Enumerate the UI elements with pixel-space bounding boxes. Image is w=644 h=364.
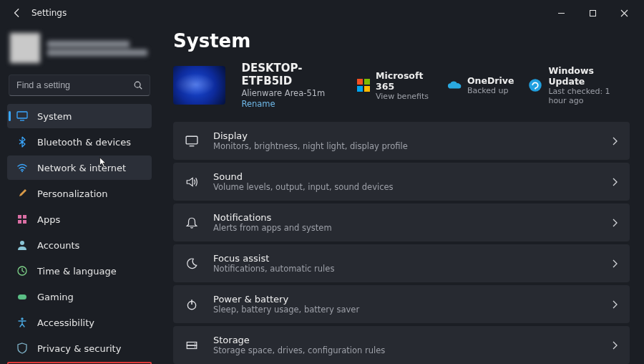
card-sub: Backed up xyxy=(467,86,514,95)
card-title: OneDrive xyxy=(467,75,514,86)
minimize-button[interactable] xyxy=(545,3,577,23)
device-name: DESKTOP-ETFB5ID xyxy=(241,62,341,87)
svg-rect-4 xyxy=(17,112,27,118)
row-sub: Storage space, drives, configuration rul… xyxy=(213,345,385,355)
svg-point-23 xyxy=(195,343,196,344)
sidebar-item-accessibility[interactable]: Accessibility xyxy=(7,310,152,335)
person-icon xyxy=(16,239,29,251)
system-header: DESKTOP-ETFB5ID Alienware Area-51m Renam… xyxy=(173,62,630,109)
sidebar-item-system[interactable]: System xyxy=(7,104,152,128)
search-icon xyxy=(133,80,143,90)
svg-point-14 xyxy=(21,317,23,320)
svg-rect-13 xyxy=(18,294,26,300)
user-name-redacted xyxy=(47,39,149,58)
sidebar-item-apps[interactable]: Apps xyxy=(7,207,152,231)
windows-update-card[interactable]: Windows Update Last checked: 1 hour ago xyxy=(528,65,630,105)
svg-rect-7 xyxy=(18,215,21,219)
update-icon xyxy=(528,78,542,92)
power-icon xyxy=(185,298,199,311)
chevron-right-icon xyxy=(611,300,618,309)
row-sound[interactable]: Sound Volume levels, output, input, soun… xyxy=(173,163,630,201)
svg-line-3 xyxy=(140,87,142,89)
sidebar-item-label: Time & language xyxy=(37,266,117,277)
row-display[interactable]: Display Monitors, brightness, night ligh… xyxy=(173,122,630,160)
page-title: System xyxy=(173,30,630,52)
sidebar-item-personalization[interactable]: Personalization xyxy=(7,181,152,206)
row-power[interactable]: Power & battery Sleep, battery usage, ba… xyxy=(173,285,630,323)
sidebar-item-label: Privacy & security xyxy=(37,343,121,354)
moon-icon xyxy=(185,257,199,270)
card-sub: View benefits xyxy=(376,92,433,101)
sidebar-item-label: Bluetooth & devices xyxy=(37,137,131,148)
chevron-right-icon xyxy=(611,259,618,268)
svg-rect-10 xyxy=(23,220,26,224)
sidebar-item-gaming[interactable]: Gaming xyxy=(7,284,152,309)
device-info: DESKTOP-ETFB5ID Alienware Area-51m Renam… xyxy=(241,62,341,109)
card-title: Windows Update xyxy=(548,65,630,87)
apps-icon xyxy=(16,214,29,225)
microsoft365-card[interactable]: Microsoft 365 View benefits xyxy=(357,65,433,105)
storage-icon xyxy=(185,339,199,352)
row-title: Display xyxy=(213,130,408,141)
microsoft-logo-icon xyxy=(357,78,370,92)
row-sub: Alerts from apps and system xyxy=(213,223,332,233)
row-title: Power & battery xyxy=(213,294,359,305)
row-notifications[interactable]: Notifications Alerts from apps and syste… xyxy=(173,203,630,241)
row-focus-assist[interactable]: Focus assist Notifications, automatic ru… xyxy=(173,244,630,282)
row-title: Focus assist xyxy=(213,253,334,264)
sidebar-item-time[interactable]: Time & language xyxy=(7,259,152,283)
sidebar-item-label: Accessibility xyxy=(37,317,94,328)
device-model: Alienware Area-51m xyxy=(241,88,341,98)
svg-point-6 xyxy=(21,171,23,172)
sidebar-item-label: Apps xyxy=(37,214,60,225)
card-title: Microsoft 365 xyxy=(376,70,433,92)
chevron-right-icon xyxy=(611,137,618,145)
settings-list: Display Monitors, brightness, night ligh… xyxy=(173,122,630,364)
svg-point-2 xyxy=(135,82,140,87)
search-input[interactable] xyxy=(9,75,150,96)
brush-icon xyxy=(16,188,29,199)
gamepad-icon xyxy=(16,291,29,302)
app-title: Settings xyxy=(31,8,67,18)
device-wallpaper-thumb xyxy=(173,66,225,105)
row-title: Sound xyxy=(213,171,394,182)
sidebar-item-label: Gaming xyxy=(37,292,74,302)
sound-icon xyxy=(185,176,199,188)
row-sub: Monitors, brightness, night light, displ… xyxy=(213,141,408,151)
accessibility-icon xyxy=(16,317,29,328)
close-button[interactable] xyxy=(608,3,640,23)
nav-list: System Bluetooth & devices Network & int… xyxy=(7,103,152,364)
row-title: Storage xyxy=(213,335,385,345)
display-icon xyxy=(185,135,199,148)
onedrive-card[interactable]: OneDrive Backed up xyxy=(447,65,514,105)
row-title: Notifications xyxy=(213,212,332,223)
content-area: System DESKTOP-ETFB5ID Alienware Area-51… xyxy=(157,26,644,364)
row-storage[interactable]: Storage Storage space, drives, configura… xyxy=(173,326,630,364)
onedrive-icon xyxy=(447,78,462,92)
row-sub: Notifications, automatic rules xyxy=(213,264,334,274)
sidebar-item-label: Accounts xyxy=(37,240,79,251)
bluetooth-icon xyxy=(16,136,29,148)
maximize-button[interactable] xyxy=(577,3,608,23)
sidebar-item-accounts[interactable]: Accounts xyxy=(7,233,152,257)
clock-icon xyxy=(16,265,29,277)
sidebar-item-bluetooth[interactable]: Bluetooth & devices xyxy=(7,130,152,154)
sidebar-item-privacy[interactable]: Privacy & security xyxy=(7,336,152,360)
svg-rect-9 xyxy=(18,220,21,224)
row-sub: Volume levels, output, input, sound devi… xyxy=(213,182,394,192)
sidebar-item-label: System xyxy=(37,111,72,122)
user-account-block[interactable] xyxy=(7,30,152,70)
system-icon xyxy=(16,110,29,122)
svg-point-11 xyxy=(20,241,24,245)
window-controls xyxy=(545,3,640,23)
sidebar-item-label: Personalization xyxy=(37,188,108,199)
sidebar-item-network[interactable]: Network & internet xyxy=(7,155,152,180)
avatar xyxy=(10,33,40,63)
rename-link[interactable]: Rename xyxy=(241,99,341,109)
svg-rect-17 xyxy=(186,136,197,144)
status-cards: Microsoft 365 View benefits OneDrive Bac… xyxy=(357,65,630,105)
back-button[interactable] xyxy=(9,4,26,21)
sidebar: System Bluetooth & devices Network & int… xyxy=(0,26,157,364)
search-box[interactable] xyxy=(9,75,150,96)
row-sub: Sleep, battery usage, battery saver xyxy=(213,305,359,315)
